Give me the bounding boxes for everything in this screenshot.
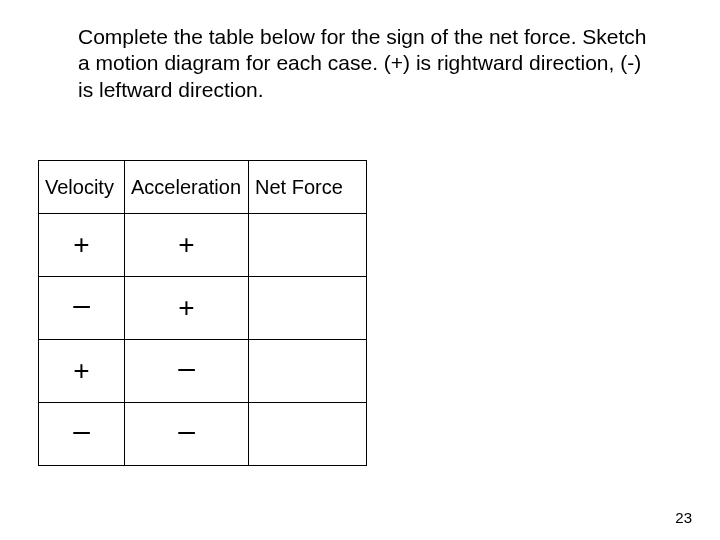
cell-netforce (249, 340, 367, 403)
instructions-text: Complete the table below for the sign of… (78, 24, 648, 103)
header-netforce: Net Force (249, 161, 367, 214)
cell-velocity: + (39, 340, 125, 403)
table-row: + – (39, 340, 367, 403)
force-table: Velocity Acceleration Net Force + + – + … (38, 160, 367, 466)
page-number: 23 (675, 509, 692, 526)
table-row: – + (39, 277, 367, 340)
cell-acceleration: + (125, 277, 249, 340)
cell-acceleration: – (125, 403, 249, 466)
cell-velocity: + (39, 214, 125, 277)
cell-acceleration: + (125, 214, 249, 277)
table-row: + + (39, 214, 367, 277)
cell-netforce (249, 403, 367, 466)
table-header-row: Velocity Acceleration Net Force (39, 161, 367, 214)
cell-netforce (249, 277, 367, 340)
table-row: – – (39, 403, 367, 466)
cell-velocity: – (39, 403, 125, 466)
header-velocity: Velocity (39, 161, 125, 214)
header-acceleration: Acceleration (125, 161, 249, 214)
cell-velocity: – (39, 277, 125, 340)
cell-netforce (249, 214, 367, 277)
cell-acceleration: – (125, 340, 249, 403)
